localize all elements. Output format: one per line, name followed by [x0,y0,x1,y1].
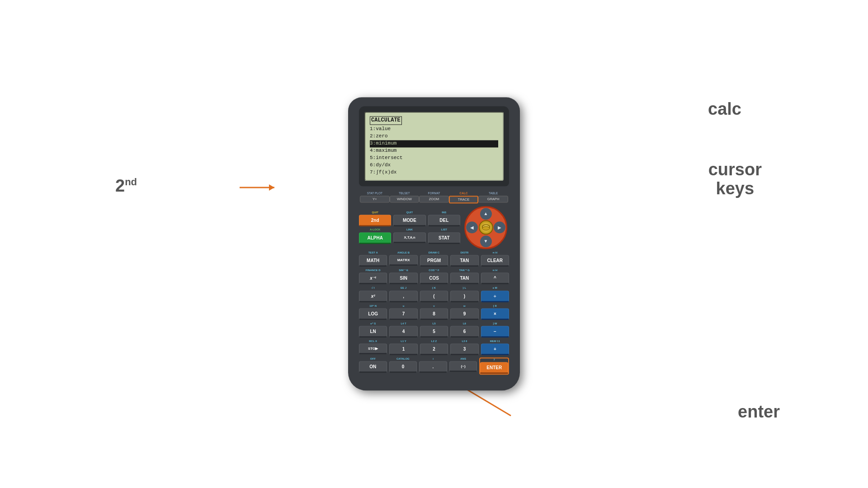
eight-button[interactable]: v 8 [420,305,448,320]
cursor-keys-annotation: cursor keys [708,160,762,198]
comma-button[interactable]: EE J , [389,287,417,302]
neg-button[interactable]: ANS (−) [449,357,477,375]
multiply-button[interactable]: [ R × [481,305,509,320]
math-row: TEST A MATH ANGLE B MATRX DRAW C PRGM DI… [359,251,509,267]
nav-down-button[interactable]: ▼ [480,235,492,247]
alpha-button[interactable]: A-LOCK ALPHA [359,229,391,244]
log-row: 10ˣ N LOG u 7 v 8 w 9 [ R × [359,305,509,320]
tan-button[interactable]: TAN⁻¹ G TAN [450,269,478,285]
del-button[interactable]: INS DEL [428,211,460,227]
up-arrow-icon: ▲ [484,211,488,216]
close-paren-button[interactable]: } L ) [450,287,478,302]
nine-button[interactable]: w 9 [450,305,478,320]
two-button[interactable]: L2 Z 2 [420,340,448,355]
trig-tan-button[interactable]: DISTR TAN [450,251,478,267]
calc-label: calc [708,99,741,118]
second-mode-del-row: QUIT 2nd QUIT MODE INS DEL [359,211,460,227]
calculator-body: CALCULATE 1:value 2:zero 3:minimum 4:max… [348,97,520,390]
window-key[interactable]: TBLSET WINDOW [390,192,420,203]
six-button[interactable]: L6 6 [450,322,478,338]
nav-cluster: ▲ ▼ ◀ ▶ [464,206,507,249]
screen-line-7: 7:∫f(x)dx [370,169,498,176]
open-paren-button[interactable]: { K ( [420,287,448,302]
five-button[interactable]: L5 5 [420,322,448,338]
cursor-label-line2: keys [708,179,762,198]
alpha-row: A-LOCK ALPHA LINK X,T,θ,n LIST STAT [359,229,460,244]
nav-center-button[interactable] [479,221,493,235]
sto-button[interactable]: RCL X STO▶ [359,340,387,355]
caret-button[interactable]: π H ^ [481,269,509,285]
enter-annotation: enter [738,402,780,422]
center-icon [481,225,491,231]
second-button[interactable]: QUIT 2nd [359,211,391,227]
enter-label: enter [738,402,780,421]
ln-row: eˣ S LN L4 T 4 L5 5 L6 6 ] W − [359,322,509,338]
add-button[interactable]: MEM 11 + [481,340,509,355]
bottom-row: OFF ON CATALOG 0 i . ANS (−) 7 ENTER [359,357,509,375]
x-squared-button[interactable]: √ I x² [359,287,387,302]
math-button[interactable]: TEST A MATH [359,251,387,267]
stat-button[interactable]: LIST STAT [428,229,460,244]
svg-marker-3 [269,184,274,191]
prgm-button[interactable]: DRAW C PRGM [420,251,448,267]
x-inverse-button[interactable]: FINANCE D x⁻¹ [359,269,387,285]
clear-button[interactable]: π H CLEAR [481,251,509,267]
divide-button[interactable]: e M ÷ [481,287,509,302]
mode-button[interactable]: QUIT MODE [393,211,425,227]
one-button[interactable]: L1 Y 1 [389,340,417,355]
screen-line-2: 2:zero [370,133,498,141]
ln-button[interactable]: eˣ S LN [359,322,387,338]
nav-right-button[interactable]: ▶ [494,222,505,234]
xtthetan-button[interactable]: LINK X,T,θ,n [393,229,425,244]
cos-button[interactable]: COS⁻¹ F COS [420,269,448,285]
cursor-label-line1: cursor [708,160,762,179]
sin-button[interactable]: SIN⁻¹ E SIN [389,269,417,285]
screen-title: CALCULATE [370,116,402,125]
zero-button[interactable]: CATALOG 0 [389,357,417,375]
four-button[interactable]: L4 T 4 [389,322,417,338]
second-annotation: 2nd [115,176,137,196]
enter-button[interactable]: 7 ENTER [479,357,509,375]
nav-left-button[interactable]: ◀ [466,222,478,234]
seven-button[interactable]: u 7 [389,305,417,320]
sto-row: RCL X STO▶ L1 Y 1 L2 Z 2 L3 θ 3 MEM 11 + [359,340,509,355]
second-label: 2 [115,176,125,195]
screen-line-5: 5:intersect [370,155,498,162]
screen-line-3: 3:minimum [370,141,498,148]
y-equals-key[interactable]: STAT PLOT Y= [360,192,390,203]
zoom-key[interactable]: FORMAT ZOOM [419,192,449,203]
svg-point-9 [482,227,490,230]
left-arrow-icon: ◀ [470,225,474,230]
log-button[interactable]: 10ˣ N LOG [359,305,387,320]
screen-line-4: 4:maximum [370,148,498,155]
left-nav-keys: QUIT 2nd QUIT MODE INS DEL A-LOCK ALPHA [359,211,460,244]
nav-up-button[interactable]: ▲ [480,208,492,220]
screen-bezel: CALCULATE 1:value 2:zero 3:minimum 4:max… [359,106,509,186]
trig-row: FINANCE D x⁻¹ SIN⁻¹ E SIN COS⁻¹ F COS TA… [359,269,509,285]
screen-line-1: 1:value [370,126,498,133]
subtract-button[interactable]: ] W − [481,322,509,338]
calculator-screen: CALCULATE 1:value 2:zero 3:minimum 4:max… [364,112,504,181]
on-button[interactable]: OFF ON [359,357,387,375]
calc-annotation: calc [708,99,741,119]
graph-key[interactable]: TABLE GRAPH [478,192,508,203]
trace-key[interactable]: CALC TRACE [449,192,479,203]
three-button[interactable]: L3 θ 3 [450,340,478,355]
down-arrow-icon: ▼ [484,239,488,244]
top-function-row: STAT PLOT Y= TBLSET WINDOW FORMAT ZOOM C… [359,192,509,203]
matrx-button[interactable]: ANGLE B MATRX [389,251,417,267]
xsq-row: √ I x² EE J , { K ( } L ) e M ÷ [359,287,509,302]
screen-line-6: 6:dy/dx [370,162,498,169]
decimal-button[interactable]: i . [419,357,447,375]
mode-row: QUIT 2nd QUIT MODE INS DEL A-LOCK ALPHA [359,206,509,249]
right-arrow-icon: ▶ [498,225,501,230]
